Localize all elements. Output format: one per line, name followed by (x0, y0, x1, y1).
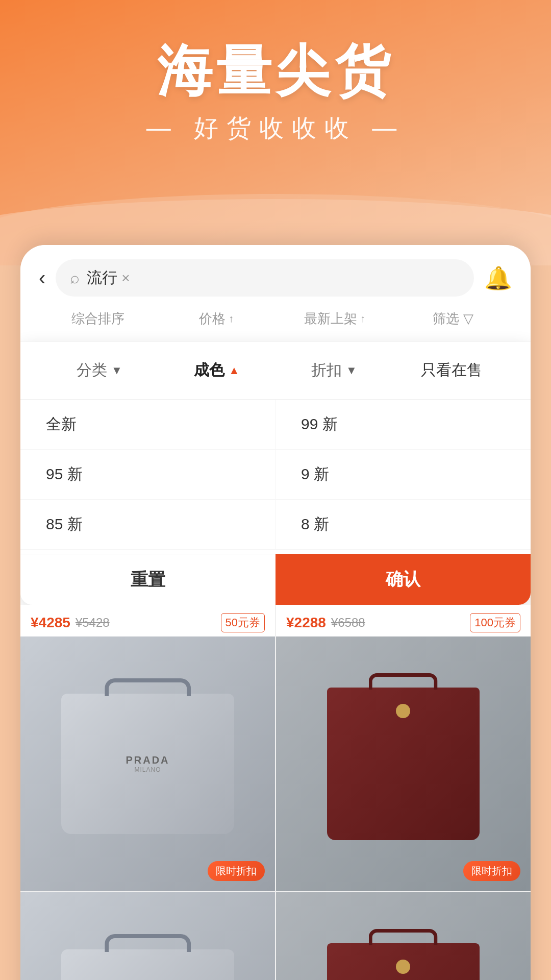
sort-tab-price-label: 价格 (199, 310, 226, 328)
hero-section: 海量尖货 — 好货收收收 — (0, 0, 551, 265)
sort-tab-price[interactable]: 价格 ↑ (157, 306, 276, 332)
product-cell-1[interactable]: ¥4285 ¥5428 50元券 PRADA MILANO (20, 605, 275, 891)
sort-tab-filter[interactable]: 筛选 ▽ (394, 306, 512, 332)
product-1-image: PRADA MILANO 限时折扣 (20, 636, 275, 891)
hermes-bag2-handle (369, 929, 438, 945)
filter-option-full-new-label: 全新 (46, 415, 77, 432)
filter-option-8-new-label: 8 新 (301, 516, 329, 532)
sort-tab-comprehensive-label: 综合排序 (71, 310, 124, 328)
filter-dropdown: 分类 ▼ 成色 ▲ 折扣 ▼ 只看在售 全新 (20, 341, 531, 605)
filter-icon: ▽ (463, 311, 473, 327)
phone-frame: ‹ ⌕ 流行 × 🔔 综合排序 价格 ↑ 最新上架 ↑ (20, 245, 531, 980)
filter-tab-condition[interactable]: 成色 ▲ (158, 356, 276, 385)
filter-option-8-new[interactable]: 8 新 (276, 500, 531, 550)
filter-tab-category[interactable]: 分类 ▼ (41, 356, 158, 385)
product-cell-2[interactable]: ¥2288 ¥6588 100元券 限时折扣 (276, 605, 531, 891)
filter-tab-discount-label: 折扣 (311, 360, 342, 381)
filter-tab-on-sale-label: 只看在售 (421, 361, 482, 378)
hermes-bag2-body (327, 943, 480, 980)
hero-title: 海量尖货 (157, 41, 394, 102)
filter-option-85-new[interactable]: 85 新 (20, 500, 276, 550)
hermes-bag-illustration (276, 636, 531, 891)
search-bar-area: ‹ ⌕ 流行 × 🔔 (20, 245, 531, 297)
hermes-bag2-illustration (276, 892, 531, 980)
filter-option-95-new-label: 95 新 (46, 465, 83, 482)
search-tag-text: 流行 (87, 267, 117, 288)
search-tag-close-button[interactable]: × (121, 270, 130, 286)
product-2-image: 限时折扣 (276, 636, 531, 891)
back-button[interactable]: ‹ (39, 266, 45, 289)
product-cell-4[interactable]: 限时折扣 Hermès ¥132288 ¥146588 200元券 (276, 892, 531, 980)
filter-tab-category-label: 分类 (77, 360, 107, 381)
product-4-image: 限时折扣 (276, 892, 531, 980)
hermes-bag-lock (396, 704, 410, 718)
product-cell-3[interactable]: PRADA MILANO 限时折扣 PRADA ¥6998 ¥8588 120元… (20, 892, 275, 980)
product-1-price: ¥4285 (31, 615, 70, 631)
filter-tab-on-sale-only[interactable]: 只看在售 (393, 360, 510, 381)
hermes-bag-body (327, 688, 480, 840)
filter-option-full-new[interactable]: 全新 (20, 400, 276, 450)
product-2-price-row: ¥2288 ¥6588 100元券 (276, 605, 531, 636)
product-1-price-row: ¥4285 ¥5428 50元券 (20, 605, 275, 636)
app-card: ‹ ⌕ 流行 × 🔔 综合排序 价格 ↑ 最新上架 ↑ (0, 265, 551, 980)
search-icon: ⌕ (70, 268, 80, 287)
sort-tab-comprehensive[interactable]: 综合排序 (39, 306, 157, 332)
product-2-original-price: ¥6588 (331, 616, 365, 630)
prada-bag2-illustration: PRADA MILANO (20, 892, 275, 980)
prada-bag2-strap (105, 934, 191, 952)
product-1-sale-badge: 限时折扣 (208, 861, 265, 881)
sort-tab-latest-arrow: ↑ (360, 313, 365, 325)
product-grid: ¥4285 ¥5428 50元券 PRADA MILANO (20, 605, 531, 980)
product-3-image: PRADA MILANO 限时折扣 (20, 892, 275, 980)
sort-tab-latest[interactable]: 最新上架 ↑ (276, 306, 394, 332)
filter-option-99-new[interactable]: 99 新 (276, 400, 531, 450)
sort-tabs-bar: 综合排序 价格 ↑ 最新上架 ↑ 筛选 ▽ (20, 297, 531, 341)
action-buttons-row: 重置 确认 (20, 554, 531, 605)
filter-tab-condition-arrow: ▲ (229, 364, 240, 377)
hermes-bag2-lock (396, 960, 410, 974)
filter-tab-discount[interactable]: 折扣 ▼ (276, 356, 393, 385)
search-input-wrap[interactable]: ⌕ 流行 × (56, 259, 474, 297)
sort-tab-filter-label: 筛选 (433, 310, 459, 328)
filter-option-85-new-label: 85 新 (46, 516, 83, 532)
prada-bag2-body: PRADA MILANO (61, 949, 234, 980)
filter-row-tabs: 分类 ▼ 成色 ▲ 折扣 ▼ 只看在售 (20, 341, 531, 400)
product-2-sale-badge: 限时折扣 (463, 861, 520, 881)
prada-bag-body: PRADA MILANO (61, 694, 234, 834)
search-tag: 流行 × (87, 267, 130, 288)
hermes-bag-handle (369, 673, 438, 690)
sort-tab-latest-label: 最新上架 (304, 310, 357, 328)
prada-bag-strap (105, 678, 191, 696)
filter-tab-condition-label: 成色 (194, 360, 224, 381)
filter-option-95-new[interactable]: 95 新 (20, 450, 276, 500)
filter-tab-category-arrow: ▼ (111, 364, 122, 377)
sort-tab-price-arrow: ↑ (229, 313, 234, 325)
confirm-button[interactable]: 确认 (276, 554, 531, 605)
product-2-price: ¥2288 (286, 615, 326, 631)
product-2-coupon: 100元券 (470, 613, 520, 632)
filter-tab-discount-arrow: ▼ (346, 364, 357, 377)
hero-subtitle: — 好货收收收 — (146, 112, 405, 144)
filter-option-9-new[interactable]: 9 新 (276, 450, 531, 500)
notification-bell-icon[interactable]: 🔔 (484, 265, 512, 291)
filter-options-grid: 全新 99 新 95 新 9 新 85 新 8 新 (20, 400, 531, 554)
product-1-original-price: ¥5428 (76, 616, 110, 630)
filter-option-9-new-label: 9 新 (301, 465, 329, 482)
filter-option-99-new-label: 99 新 (301, 415, 338, 432)
reset-button[interactable]: 重置 (20, 554, 276, 605)
product-1-coupon: 50元券 (221, 613, 265, 632)
prada-bag-illustration: PRADA MILANO (20, 636, 275, 891)
